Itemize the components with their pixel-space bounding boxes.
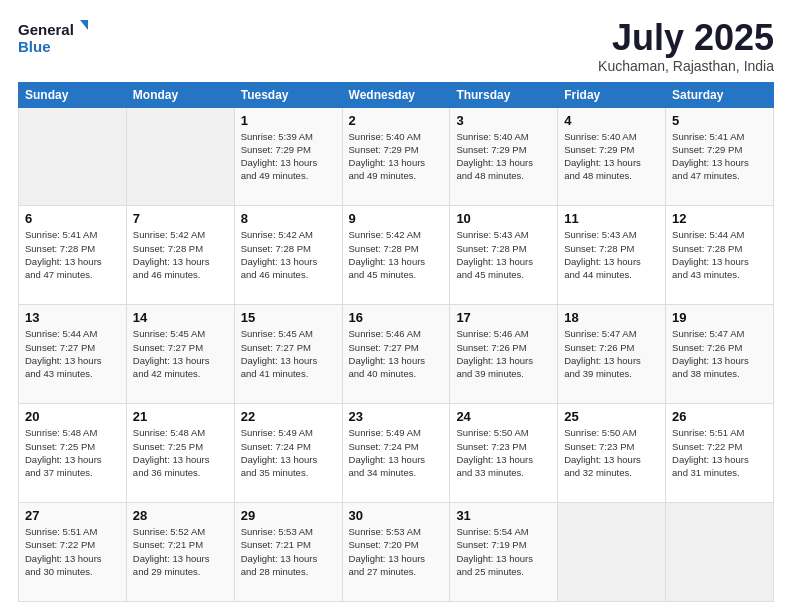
calendar-cell: 26Sunrise: 5:51 AM Sunset: 7:22 PM Dayli… [666,404,774,503]
calendar-cell: 16Sunrise: 5:46 AM Sunset: 7:27 PM Dayli… [342,305,450,404]
day-number: 11 [564,211,659,226]
calendar-cell: 18Sunrise: 5:47 AM Sunset: 7:26 PM Dayli… [558,305,666,404]
calendar-cell: 31Sunrise: 5:54 AM Sunset: 7:19 PM Dayli… [450,503,558,602]
day-number: 13 [25,310,120,325]
calendar-cell: 27Sunrise: 5:51 AM Sunset: 7:22 PM Dayli… [19,503,127,602]
calendar-cell: 8Sunrise: 5:42 AM Sunset: 7:28 PM Daylig… [234,206,342,305]
day-info: Sunrise: 5:51 AM Sunset: 7:22 PM Dayligh… [25,525,120,578]
day-number: 26 [672,409,767,424]
day-info: Sunrise: 5:41 AM Sunset: 7:28 PM Dayligh… [25,228,120,281]
day-info: Sunrise: 5:54 AM Sunset: 7:19 PM Dayligh… [456,525,551,578]
calendar-cell: 14Sunrise: 5:45 AM Sunset: 7:27 PM Dayli… [126,305,234,404]
day-number: 9 [349,211,444,226]
day-info: Sunrise: 5:45 AM Sunset: 7:27 PM Dayligh… [241,327,336,380]
day-info: Sunrise: 5:45 AM Sunset: 7:27 PM Dayligh… [133,327,228,380]
day-info: Sunrise: 5:50 AM Sunset: 7:23 PM Dayligh… [564,426,659,479]
day-number: 17 [456,310,551,325]
logo-svg: General Blue [18,18,88,56]
calendar-cell: 3Sunrise: 5:40 AM Sunset: 7:29 PM Daylig… [450,107,558,206]
calendar-header-row: SundayMondayTuesdayWednesdayThursdayFrid… [19,82,774,107]
calendar-cell: 6Sunrise: 5:41 AM Sunset: 7:28 PM Daylig… [19,206,127,305]
day-number: 5 [672,113,767,128]
top-section: General Blue July 2025 Kuchaman, Rajasth… [18,18,774,74]
day-info: Sunrise: 5:46 AM Sunset: 7:27 PM Dayligh… [349,327,444,380]
day-number: 21 [133,409,228,424]
day-info: Sunrise: 5:44 AM Sunset: 7:28 PM Dayligh… [672,228,767,281]
day-info: Sunrise: 5:49 AM Sunset: 7:24 PM Dayligh… [241,426,336,479]
day-info: Sunrise: 5:49 AM Sunset: 7:24 PM Dayligh… [349,426,444,479]
day-number: 29 [241,508,336,523]
day-info: Sunrise: 5:48 AM Sunset: 7:25 PM Dayligh… [25,426,120,479]
calendar-cell [666,503,774,602]
calendar-cell: 17Sunrise: 5:46 AM Sunset: 7:26 PM Dayli… [450,305,558,404]
header-thursday: Thursday [450,82,558,107]
calendar-cell: 23Sunrise: 5:49 AM Sunset: 7:24 PM Dayli… [342,404,450,503]
day-number: 14 [133,310,228,325]
day-info: Sunrise: 5:47 AM Sunset: 7:26 PM Dayligh… [672,327,767,380]
day-info: Sunrise: 5:53 AM Sunset: 7:20 PM Dayligh… [349,525,444,578]
calendar-cell: 4Sunrise: 5:40 AM Sunset: 7:29 PM Daylig… [558,107,666,206]
header-monday: Monday [126,82,234,107]
day-number: 6 [25,211,120,226]
week-row-1: 1Sunrise: 5:39 AM Sunset: 7:29 PM Daylig… [19,107,774,206]
day-info: Sunrise: 5:40 AM Sunset: 7:29 PM Dayligh… [564,130,659,183]
day-number: 27 [25,508,120,523]
calendar-cell: 11Sunrise: 5:43 AM Sunset: 7:28 PM Dayli… [558,206,666,305]
calendar-cell: 13Sunrise: 5:44 AM Sunset: 7:27 PM Dayli… [19,305,127,404]
svg-text:General: General [18,21,74,38]
header-saturday: Saturday [666,82,774,107]
day-number: 31 [456,508,551,523]
day-number: 16 [349,310,444,325]
title-section: July 2025 Kuchaman, Rajasthan, India [598,18,774,74]
day-number: 18 [564,310,659,325]
day-info: Sunrise: 5:42 AM Sunset: 7:28 PM Dayligh… [241,228,336,281]
header-tuesday: Tuesday [234,82,342,107]
day-info: Sunrise: 5:40 AM Sunset: 7:29 PM Dayligh… [349,130,444,183]
day-number: 4 [564,113,659,128]
calendar-cell: 1Sunrise: 5:39 AM Sunset: 7:29 PM Daylig… [234,107,342,206]
calendar-cell: 29Sunrise: 5:53 AM Sunset: 7:21 PM Dayli… [234,503,342,602]
day-info: Sunrise: 5:50 AM Sunset: 7:23 PM Dayligh… [456,426,551,479]
calendar-cell: 19Sunrise: 5:47 AM Sunset: 7:26 PM Dayli… [666,305,774,404]
header-sunday: Sunday [19,82,127,107]
day-info: Sunrise: 5:52 AM Sunset: 7:21 PM Dayligh… [133,525,228,578]
day-info: Sunrise: 5:41 AM Sunset: 7:29 PM Dayligh… [672,130,767,183]
week-row-4: 20Sunrise: 5:48 AM Sunset: 7:25 PM Dayli… [19,404,774,503]
day-info: Sunrise: 5:46 AM Sunset: 7:26 PM Dayligh… [456,327,551,380]
week-row-2: 6Sunrise: 5:41 AM Sunset: 7:28 PM Daylig… [19,206,774,305]
day-info: Sunrise: 5:42 AM Sunset: 7:28 PM Dayligh… [133,228,228,281]
day-number: 22 [241,409,336,424]
day-number: 23 [349,409,444,424]
day-number: 30 [349,508,444,523]
day-number: 28 [133,508,228,523]
day-info: Sunrise: 5:40 AM Sunset: 7:29 PM Dayligh… [456,130,551,183]
day-number: 10 [456,211,551,226]
calendar-table: SundayMondayTuesdayWednesdayThursdayFrid… [18,82,774,602]
day-info: Sunrise: 5:43 AM Sunset: 7:28 PM Dayligh… [456,228,551,281]
day-number: 25 [564,409,659,424]
month-title: July 2025 [598,18,774,58]
day-info: Sunrise: 5:39 AM Sunset: 7:29 PM Dayligh… [241,130,336,183]
day-number: 24 [456,409,551,424]
day-info: Sunrise: 5:44 AM Sunset: 7:27 PM Dayligh… [25,327,120,380]
day-number: 1 [241,113,336,128]
day-number: 2 [349,113,444,128]
calendar-cell: 7Sunrise: 5:42 AM Sunset: 7:28 PM Daylig… [126,206,234,305]
day-info: Sunrise: 5:53 AM Sunset: 7:21 PM Dayligh… [241,525,336,578]
svg-text:Blue: Blue [18,38,51,55]
calendar-cell: 15Sunrise: 5:45 AM Sunset: 7:27 PM Dayli… [234,305,342,404]
week-row-3: 13Sunrise: 5:44 AM Sunset: 7:27 PM Dayli… [19,305,774,404]
calendar-cell: 20Sunrise: 5:48 AM Sunset: 7:25 PM Dayli… [19,404,127,503]
calendar-cell [126,107,234,206]
location: Kuchaman, Rajasthan, India [598,58,774,74]
day-number: 7 [133,211,228,226]
calendar-cell [19,107,127,206]
logo: General Blue [18,18,88,56]
header-friday: Friday [558,82,666,107]
calendar-cell: 9Sunrise: 5:42 AM Sunset: 7:28 PM Daylig… [342,206,450,305]
week-row-5: 27Sunrise: 5:51 AM Sunset: 7:22 PM Dayli… [19,503,774,602]
calendar-cell: 10Sunrise: 5:43 AM Sunset: 7:28 PM Dayli… [450,206,558,305]
calendar-cell: 25Sunrise: 5:50 AM Sunset: 7:23 PM Dayli… [558,404,666,503]
day-info: Sunrise: 5:47 AM Sunset: 7:26 PM Dayligh… [564,327,659,380]
calendar-cell: 21Sunrise: 5:48 AM Sunset: 7:25 PM Dayli… [126,404,234,503]
